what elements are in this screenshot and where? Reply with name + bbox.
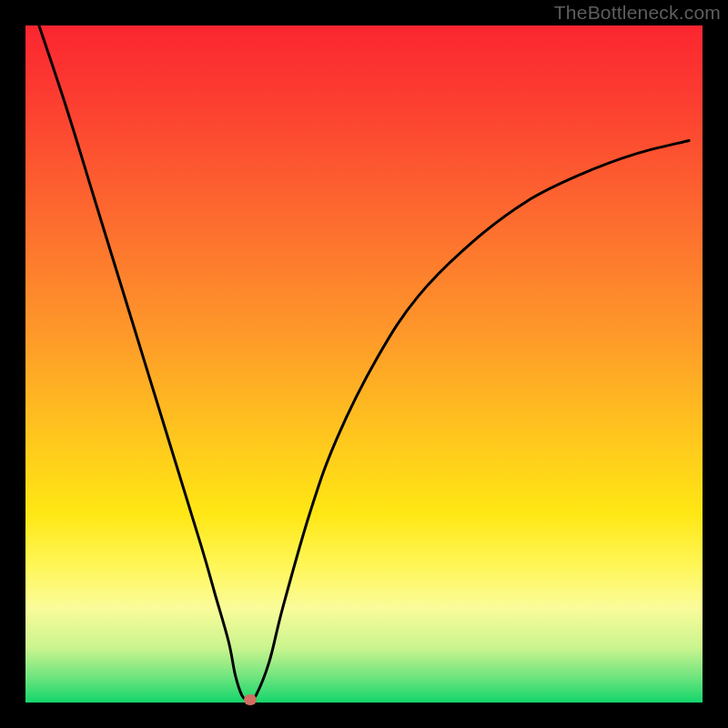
plot-area bbox=[25, 25, 703, 703]
watermark-text: TheBottleneck.com bbox=[554, 2, 721, 24]
minimum-marker bbox=[244, 694, 257, 705]
chart-frame: TheBottleneck.com bbox=[0, 0, 728, 728]
bottleneck-curve bbox=[25, 25, 703, 703]
